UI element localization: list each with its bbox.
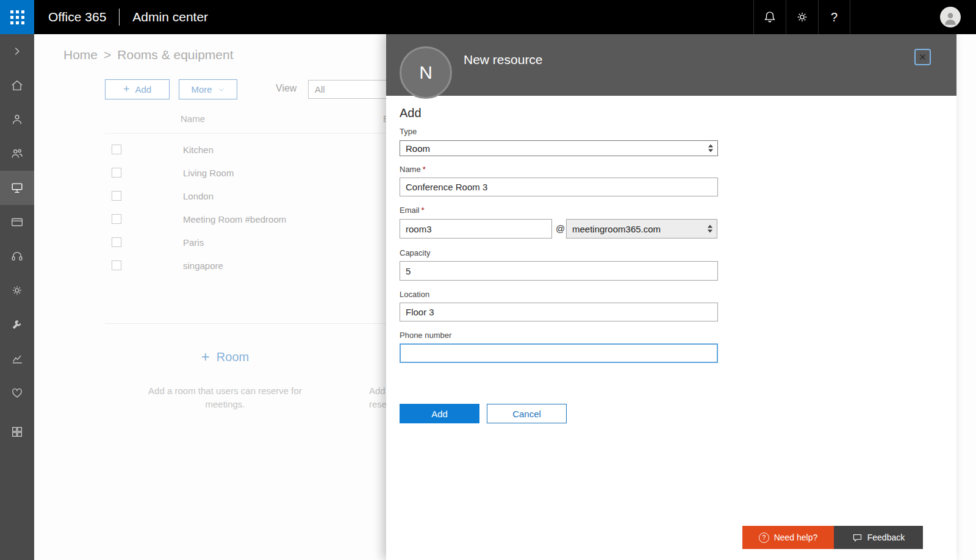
help-circle-icon: ? <box>759 533 769 543</box>
expand-icon <box>10 45 24 58</box>
row-checkbox[interactable] <box>112 168 121 178</box>
brand-title: Office 365 <box>48 10 106 24</box>
sidebar-item-setup[interactable] <box>0 307 34 342</box>
billing-icon <box>10 215 24 229</box>
new-resource-panel: N New resource ✕ Add Type Room Name* Ema… <box>386 34 956 560</box>
notifications-button[interactable] <box>753 0 786 34</box>
breadcrumb: Home > Rooms & equipment <box>63 48 234 62</box>
row-checkbox[interactable] <box>112 191 121 201</box>
select-stepper-icon <box>708 145 713 153</box>
users-icon <box>10 113 24 126</box>
add-resource-button[interactable]: + Add <box>105 79 170 99</box>
plus-icon: + <box>123 83 130 96</box>
breadcrumb-current: Rooms & equipment <box>117 48 233 62</box>
sidebar-item-billing[interactable] <box>0 205 34 239</box>
home-icon <box>10 79 24 92</box>
cancel-button[interactable]: Cancel <box>487 404 567 423</box>
add-room-link[interactable]: + Room <box>201 350 249 364</box>
resource-avatar: N <box>400 46 452 99</box>
help-button[interactable]: ? <box>818 0 850 34</box>
column-header-name: Name <box>181 113 205 124</box>
breadcrumb-home[interactable]: Home <box>63 48 98 62</box>
bell-icon <box>763 10 777 24</box>
panel-heading: Add <box>400 106 422 120</box>
sidebar-item-health[interactable] <box>0 376 34 410</box>
close-panel-button[interactable]: ✕ <box>914 49 931 65</box>
add-button-label: Add <box>135 84 151 95</box>
settings-icon <box>10 284 24 297</box>
equipment-fragment-line1: Add <box>369 384 387 398</box>
row-name[interactable]: London <box>183 191 214 201</box>
need-help-button[interactable]: ? Need help? <box>742 526 834 549</box>
topbar: Office 365 Admin center ? <box>0 0 976 34</box>
topbar-right: ? <box>753 0 976 34</box>
feedback-button[interactable]: Feedback <box>834 526 923 549</box>
sidebar-item-home[interactable] <box>0 68 34 102</box>
row-checkbox[interactable] <box>112 214 121 224</box>
row-checkbox[interactable] <box>112 145 121 154</box>
equipment-cta-fragment: Add rese <box>369 384 387 411</box>
sidebar-item-groups[interactable] <box>0 137 34 171</box>
resource-avatar-letter: N <box>419 62 432 83</box>
row-name[interactable]: singapore <box>183 260 223 271</box>
more-button-label: More <box>191 84 212 95</box>
row-name[interactable]: Kitchen <box>183 145 214 155</box>
feedback-label: Feedback <box>867 533 905 542</box>
name-field[interactable] <box>400 178 718 196</box>
row-checkbox[interactable] <box>112 260 121 270</box>
panel-title: New resource <box>464 52 543 67</box>
settings-button[interactable] <box>786 0 818 34</box>
row-checkbox[interactable] <box>112 237 121 247</box>
sidebar-item-rooms-equipment[interactable] <box>0 171 34 205</box>
location-field[interactable] <box>400 303 718 321</box>
topbar-divider <box>119 9 120 26</box>
email-domain-value: meetingroom365.com <box>572 224 661 234</box>
sidebar-item-users[interactable] <box>0 102 34 137</box>
email-domain-select[interactable]: meetingroom365.com <box>566 219 717 239</box>
chevron-down-icon <box>218 86 225 93</box>
admin-center-title: Admin center <box>132 10 208 24</box>
phone-label: Phone number <box>400 331 451 340</box>
health-icon <box>10 386 24 400</box>
type-select[interactable]: Room <box>400 140 718 156</box>
help-icon: ? <box>831 10 838 24</box>
support-icon <box>10 249 24 263</box>
app-launcher-button[interactable] <box>0 0 34 34</box>
name-label: Name* <box>400 165 426 174</box>
email-field[interactable] <box>400 219 552 239</box>
room-cta-description: Add a room that users can reserve for me… <box>131 384 320 411</box>
row-name[interactable]: Meeting Room #bedroom <box>183 214 286 224</box>
sidebar-expand-button[interactable] <box>0 34 34 68</box>
close-icon: ✕ <box>919 52 927 63</box>
admin-centers-icon <box>10 425 24 439</box>
sidebar-item-reports[interactable] <box>0 342 34 376</box>
capacity-label: Capacity <box>400 248 431 257</box>
select-stepper-icon <box>708 225 712 233</box>
row-name[interactable]: Paris <box>183 237 204 248</box>
row-name[interactable]: Living Room <box>183 168 234 178</box>
account-avatar[interactable] <box>940 7 961 27</box>
room-cta: + Room Add a room that users can reserve… <box>131 350 320 411</box>
reports-icon <box>10 352 24 365</box>
add-submit-button[interactable]: Add <box>400 404 479 423</box>
sidebar-item-admin-centers[interactable] <box>0 415 34 449</box>
breadcrumb-separator: > <box>104 48 111 62</box>
required-marker: * <box>422 206 425 215</box>
app-launcher-icon <box>10 10 24 24</box>
type-label: Type <box>400 127 417 136</box>
phone-field[interactable] <box>400 343 718 363</box>
equipment-fragment-line2: rese <box>369 398 387 411</box>
more-button[interactable]: More <box>179 79 237 99</box>
sidebar-item-support[interactable] <box>0 239 34 273</box>
setup-icon <box>10 318 24 331</box>
email-label: Email* <box>400 206 425 215</box>
plus-icon: + <box>201 348 210 365</box>
sidebar-nav <box>0 34 34 560</box>
capacity-field[interactable] <box>400 261 718 281</box>
speech-bubble-icon <box>852 533 863 543</box>
view-label: View <box>276 83 296 94</box>
required-marker: * <box>423 165 426 174</box>
sidebar-item-settings[interactable] <box>0 273 34 307</box>
add-room-label: Room <box>217 350 249 364</box>
location-label: Location <box>400 290 429 299</box>
